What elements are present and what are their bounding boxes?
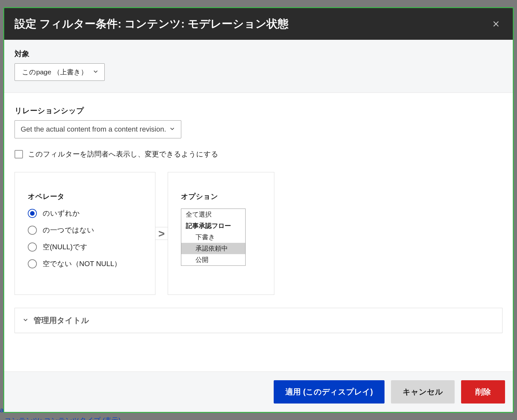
relationship-value: Get the actual content from a content re… xyxy=(21,125,166,134)
close-button[interactable] xyxy=(490,17,502,30)
expose-filter-label: このフィルターを訪問者へ表示し、変更できるようにする xyxy=(28,149,218,159)
modal-footer: 適用 (このディスプレイ) キャンセル 削除 xyxy=(4,372,513,412)
chevron-down-icon xyxy=(93,68,99,76)
radio-label: 空でない（NOT NULL） xyxy=(43,259,121,269)
panel-collapse-toggle[interactable]: > xyxy=(155,227,168,240)
radio-input[interactable] xyxy=(28,226,37,235)
option-item-published[interactable]: 公開 xyxy=(181,254,245,265)
for-section: 対象 このpage （上書き） xyxy=(4,40,513,93)
chevron-down-icon xyxy=(23,316,28,325)
modal-dialog: 設定 フィルター条件: コンテンツ: モデレーション状態 対象 このpage （… xyxy=(3,7,514,413)
modal-header: 設定 フィルター条件: コンテンツ: モデレーション状態 xyxy=(4,8,513,40)
operator-radio-not-one-of[interactable]: の一つではない xyxy=(28,225,142,235)
option-group-label: 記事承認フロー xyxy=(181,220,245,232)
operator-radio-not-null[interactable]: 空でない（NOT NULL） xyxy=(28,259,142,269)
relationship-label: リレーションシップ xyxy=(15,106,502,116)
operator-label: オペレータ xyxy=(28,192,142,201)
for-select[interactable]: このpage （上書き） xyxy=(15,63,105,81)
modal-body: リレーションシップ Get the actual content from a … xyxy=(4,93,513,372)
options-panel: オプション 全て選択 記事承認フロー 下書き 承認依頼中 公開 xyxy=(168,172,274,295)
expose-filter-row[interactable]: このフィルターを訪問者へ表示し、変更できるようにする xyxy=(15,149,502,159)
close-icon xyxy=(492,20,500,27)
option-select-all[interactable]: 全て選択 xyxy=(181,209,245,220)
for-select-value: このpage （上書き） xyxy=(22,68,88,77)
apply-button[interactable]: 適用 (このディスプレイ) xyxy=(274,380,385,404)
cancel-button[interactable]: キャンセル xyxy=(391,380,455,404)
chevron-down-icon xyxy=(169,125,175,134)
relationship-select[interactable]: Get the actual content from a content re… xyxy=(15,120,181,138)
admin-title-toggle[interactable]: 管理用タイトル xyxy=(15,308,502,333)
radio-input[interactable] xyxy=(28,259,37,268)
option-item-review[interactable]: 承認依頼中 xyxy=(181,243,245,254)
remove-button[interactable]: 削除 xyxy=(461,380,505,404)
operator-options-row: オペレータ のいずれか の一つではない 空(NULL)です 空でない（NOT N… xyxy=(15,172,502,295)
radio-label: 空(NULL)です xyxy=(43,242,88,252)
radio-label: のいずれか xyxy=(43,209,80,218)
chevron-right-icon: > xyxy=(158,227,165,240)
operator-panel: オペレータ のいずれか の一つではない 空(NULL)です 空でない（NOT N… xyxy=(15,172,155,295)
options-listbox[interactable]: 全て選択 記事承認フロー 下書き 承認依頼中 公開 xyxy=(181,209,246,266)
modal-title: 設定 フィルター条件: コンテンツ: モデレーション状態 xyxy=(15,16,289,31)
option-item-draft[interactable]: 下書き xyxy=(181,232,245,243)
operator-radio-one-of[interactable]: のいずれか xyxy=(28,209,142,218)
for-label: 対象 xyxy=(15,49,502,59)
background-link-2[interactable]: コンテンツ: コンテンツタイプ (表示) xyxy=(5,416,121,420)
expose-filter-checkbox[interactable] xyxy=(15,150,23,158)
radio-label: の一つではない xyxy=(43,225,94,235)
operator-radio-null[interactable]: 空(NULL)です xyxy=(28,242,142,252)
admin-title-label: 管理用タイトル xyxy=(34,315,89,326)
options-label: オプション xyxy=(181,192,264,201)
radio-input[interactable] xyxy=(28,209,37,218)
radio-input[interactable] xyxy=(28,242,37,252)
